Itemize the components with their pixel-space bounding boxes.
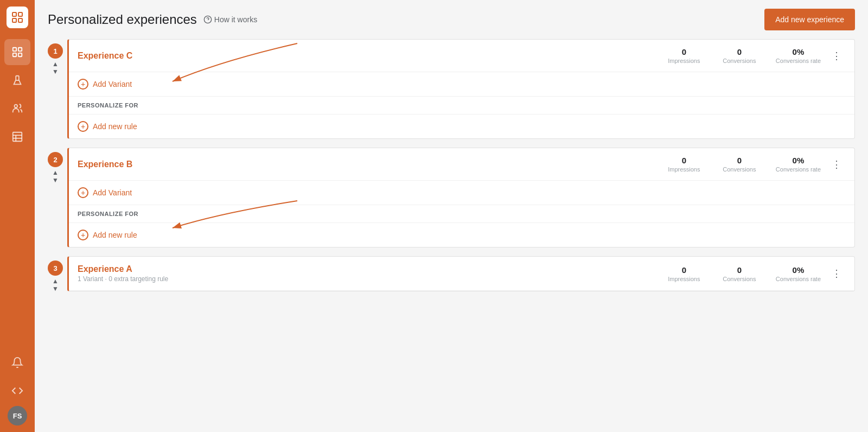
conversion-rate-stat-1: 0% Conversions rate	[776, 47, 821, 64]
experience-wrapper-1: 1 ▲ ▼ Experience C 0 Impressions	[48, 39, 855, 139]
more-options-3[interactable]: ⋮	[827, 265, 846, 282]
conversions-value-2: 0	[737, 156, 742, 165]
plus-circle-icon-2: +	[78, 187, 88, 198]
experiences-list: 1 ▲ ▼ Experience C 0 Impressions	[35, 39, 868, 432]
add-rule-label-2: Add new rule	[93, 231, 137, 239]
app-logo[interactable]	[7, 7, 28, 28]
experience-header-2: Experience B 0 Impressions 0 Conversions	[69, 148, 854, 181]
conversion-rate-stat-2: 0% Conversions rate	[776, 156, 821, 173]
svg-rect-5	[18, 48, 22, 51]
experience-name-3: Experience A	[78, 264, 132, 274]
experience-meta-3: 1 Variant · 0 extra targeting rule	[78, 275, 665, 283]
add-new-experience-button[interactable]: Add new experience	[764, 9, 855, 30]
how-it-works-button[interactable]: How it works	[203, 15, 257, 24]
experience-card-2: Experience B 0 Impressions 0 Conversions	[67, 148, 855, 247]
sidebar-item-lab[interactable]	[4, 67, 30, 93]
sidebar-item-bell[interactable]	[4, 350, 30, 376]
conversions-label-1: Conversions	[723, 58, 756, 64]
more-options-2[interactable]: ⋮	[827, 156, 846, 173]
conversion-rate-value-1: 0%	[793, 47, 805, 56]
experience-name-2: Experience B	[78, 160, 665, 169]
sort-up-2[interactable]: ▲	[52, 169, 59, 176]
sort-up-3[interactable]: ▲	[52, 278, 59, 284]
impressions-label-1: Impressions	[668, 58, 700, 64]
sidebar-item-users[interactable]	[4, 96, 30, 122]
conversions-stat-2: 0 Conversions	[720, 156, 758, 173]
impressions-value-1: 0	[682, 47, 686, 56]
more-options-1[interactable]: ⋮	[827, 48, 846, 64]
add-rule-button-2[interactable]: + Add new rule	[78, 230, 137, 240]
experience-badge-3: 3	[48, 261, 63, 276]
conversion-rate-value-2: 0%	[793, 156, 805, 165]
svg-rect-6	[13, 53, 16, 56]
sort-arrows-1: ▲ ▼	[52, 61, 59, 75]
add-variant-row-1: + Add Variant	[69, 72, 854, 97]
conversion-rate-label-3: Conversions rate	[776, 276, 821, 282]
personalize-header-2: PERSONALIZE FOR	[69, 205, 854, 223]
sort-down-2[interactable]: ▼	[52, 177, 59, 183]
conversions-stat-3: 0 Conversions	[720, 265, 758, 282]
add-variant-label-1: Add Variant	[93, 80, 132, 88]
conversions-label-2: Conversions	[723, 166, 756, 173]
stats-2: 0 Impressions 0 Conversions 0% Conversio…	[665, 156, 821, 173]
impressions-value-3: 0	[682, 265, 686, 275]
sidebar-item-code[interactable]	[4, 378, 30, 404]
add-variant-button-2[interactable]: + Add Variant	[78, 187, 132, 198]
sort-down-1[interactable]: ▼	[52, 68, 59, 75]
personalize-header-1: PERSONALIZE FOR	[69, 97, 854, 115]
add-variant-row-2: + Add Variant	[69, 181, 854, 205]
conversions-value-1: 0	[737, 47, 742, 56]
impressions-stat-2: 0 Impressions	[665, 156, 703, 173]
experience-card-1: Experience C 0 Impressions 0 Conversions	[67, 39, 855, 139]
conversions-label-3: Conversions	[723, 276, 756, 282]
svg-rect-3	[18, 18, 22, 22]
impressions-stat-3: 0 Impressions	[665, 265, 703, 282]
impressions-value-2: 0	[682, 156, 686, 165]
svg-rect-9	[13, 132, 22, 142]
experience-header-1: Experience C 0 Impressions 0 Conversions	[69, 40, 854, 72]
sort-arrows-3: ▲ ▼	[52, 278, 59, 292]
impressions-stat-1: 0 Impressions	[665, 47, 703, 64]
page-header: Personalized experiences How it works Ad…	[35, 0, 868, 39]
experience-wrapper-3: 3 ▲ ▼ Experience A 1 Variant · 0 extra t…	[48, 256, 855, 292]
conversion-rate-value-3: 0%	[793, 265, 805, 275]
impressions-label-2: Impressions	[668, 166, 700, 173]
svg-rect-4	[13, 48, 16, 51]
svg-rect-7	[18, 53, 22, 56]
page-title: Personalized experiences	[48, 12, 197, 27]
main-content: Personalized experiences How it works Ad…	[35, 0, 868, 432]
add-variant-button-1[interactable]: + Add Variant	[78, 79, 132, 90]
conversions-value-3: 0	[737, 265, 742, 275]
sort-down-3[interactable]: ▼	[52, 285, 59, 292]
sidebar-item-table[interactable]	[4, 124, 30, 150]
add-rule-row-1: + Add new rule	[69, 115, 854, 138]
conversion-rate-stat-3: 0% Conversions rate	[776, 265, 821, 282]
plus-circle-rule-icon-2: +	[78, 230, 88, 240]
experience-card-3: Experience A 1 Variant · 0 extra targeti…	[67, 256, 855, 291]
conversions-stat-1: 0 Conversions	[720, 47, 758, 64]
add-variant-label-2: Add Variant	[93, 188, 132, 197]
add-rule-row-2: + Add new rule	[69, 223, 854, 247]
experience-number-2: 2 ▲ ▼	[48, 148, 63, 183]
stats-1: 0 Impressions 0 Conversions 0% Conversio…	[665, 47, 821, 64]
conversion-rate-label-1: Conversions rate	[776, 58, 821, 64]
avatar[interactable]: FS	[8, 406, 27, 425]
personalize-section-2: PERSONALIZE FOR + Add new rule	[69, 205, 854, 247]
svg-rect-2	[12, 18, 16, 22]
svg-rect-0	[12, 12, 16, 16]
sidebar-item-dashboard[interactable]	[4, 39, 30, 65]
conversion-rate-label-2: Conversions rate	[776, 166, 821, 173]
experience-badge-1: 1	[48, 43, 63, 59]
sort-up-1[interactable]: ▲	[52, 61, 59, 67]
experience-number-1: 1 ▲ ▼	[48, 39, 63, 75]
content-wrapper: 1 ▲ ▼ Experience C 0 Impressions	[48, 39, 855, 292]
sidebar: FS	[0, 0, 35, 432]
experience-badge-2: 2	[48, 152, 63, 167]
experience-header-3: Experience A 1 Variant · 0 extra targeti…	[69, 257, 854, 291]
plus-circle-icon-1: +	[78, 79, 88, 90]
stats-3: 0 Impressions 0 Conversions 0% Conversio…	[665, 265, 821, 282]
sort-arrows-2: ▲ ▼	[52, 169, 59, 183]
svg-rect-1	[18, 12, 22, 16]
add-rule-button-1[interactable]: + Add new rule	[78, 121, 137, 132]
experience-wrapper-2: 2 ▲ ▼ Experience B 0 Impressions	[48, 148, 855, 247]
